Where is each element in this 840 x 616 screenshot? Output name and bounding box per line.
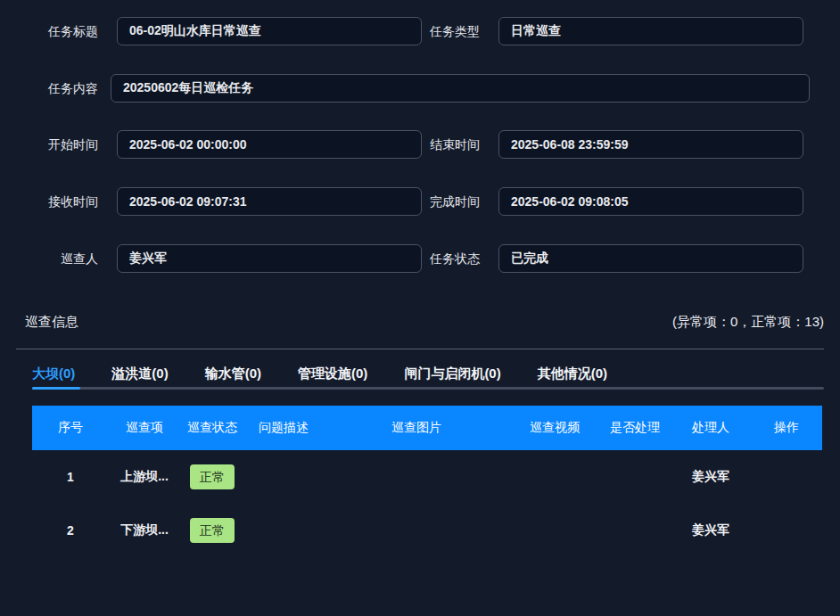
inspection-count-summary: (异常项：0，正常项：13) — [672, 314, 824, 331]
cell-handler: 姜兴军 — [671, 522, 751, 538]
cell-index: 1 — [32, 470, 109, 484]
inspector-input[interactable] — [117, 244, 422, 273]
finish-time-label: 完成时间 — [398, 187, 480, 216]
cell-item: 下游坝... — [109, 522, 180, 538]
task-content-input[interactable] — [111, 74, 810, 103]
tab-management-facility[interactable]: 管理设施(0) — [298, 365, 367, 382]
end-time-label: 结束时间 — [398, 130, 480, 159]
header-image: 巡查图片 — [323, 420, 510, 436]
status-badge: 正常 — [190, 464, 235, 489]
tab-spillway[interactable]: 溢洪道(0) — [111, 365, 168, 382]
cell-handler: 姜兴军 — [671, 469, 751, 485]
header-action: 操作 — [751, 420, 822, 436]
inspector-label: 巡查人 — [16, 244, 98, 273]
task-status-label: 任务状态 — [398, 244, 480, 273]
header-handler: 处理人 — [671, 420, 751, 436]
start-time-input[interactable] — [117, 130, 422, 159]
header-item: 巡查项 — [109, 420, 180, 436]
cell-item: 上游坝... — [109, 469, 180, 485]
start-time-label: 开始时间 — [16, 130, 98, 159]
header-index: 序号 — [32, 420, 109, 436]
task-content-label: 任务内容 — [16, 74, 98, 103]
tab-water-pipe[interactable]: 输水管(0) — [205, 365, 261, 382]
tab-dam[interactable]: 大坝(0) — [32, 365, 75, 382]
table-header-row: 序号 巡查项 巡查状态 问题描述 巡查图片 巡查视频 是否处理 处理人 操作 — [32, 406, 822, 450]
task-type-input[interactable] — [498, 17, 803, 45]
inspection-table: 序号 巡查项 巡查状态 问题描述 巡查图片 巡查视频 是否处理 处理人 操作 1… — [32, 406, 822, 557]
header-video: 巡查视频 — [510, 420, 599, 436]
cell-status: 正常 — [180, 464, 244, 489]
header-handled: 是否处理 — [599, 420, 671, 436]
tab-gate-hoist[interactable]: 闸门与启闭机(0) — [404, 365, 500, 382]
task-type-label: 任务类型 — [398, 17, 480, 45]
cell-index: 2 — [32, 523, 109, 538]
status-badge: 正常 — [190, 518, 235, 543]
section-divider — [16, 349, 824, 349]
cell-status: 正常 — [180, 518, 244, 543]
header-problem: 问题描述 — [244, 420, 323, 436]
finish-time-input[interactable] — [498, 187, 803, 216]
header-status: 巡查状态 — [180, 420, 244, 436]
receive-time-input[interactable] — [117, 187, 422, 216]
task-title-input[interactable] — [117, 17, 422, 45]
task-status-input[interactable] — [498, 244, 803, 273]
tab-other[interactable]: 其他情况(0) — [538, 365, 607, 382]
end-time-input[interactable] — [498, 130, 803, 159]
task-title-label: 任务标题 — [16, 17, 98, 45]
table-row: 2 下游坝... 正常 姜兴军 — [32, 504, 822, 557]
inspection-info-title: 巡查信息 — [25, 314, 78, 331]
inspection-tabs: 大坝(0) 溢洪道(0) 输水管(0) 管理设施(0) 闸门与启闭机(0) 其他… — [32, 365, 607, 382]
active-tab-indicator — [32, 387, 80, 390]
table-row: 1 上游坝... 正常 姜兴军 — [32, 450, 822, 504]
tab-track — [32, 387, 824, 390]
receive-time-label: 接收时间 — [16, 187, 98, 216]
